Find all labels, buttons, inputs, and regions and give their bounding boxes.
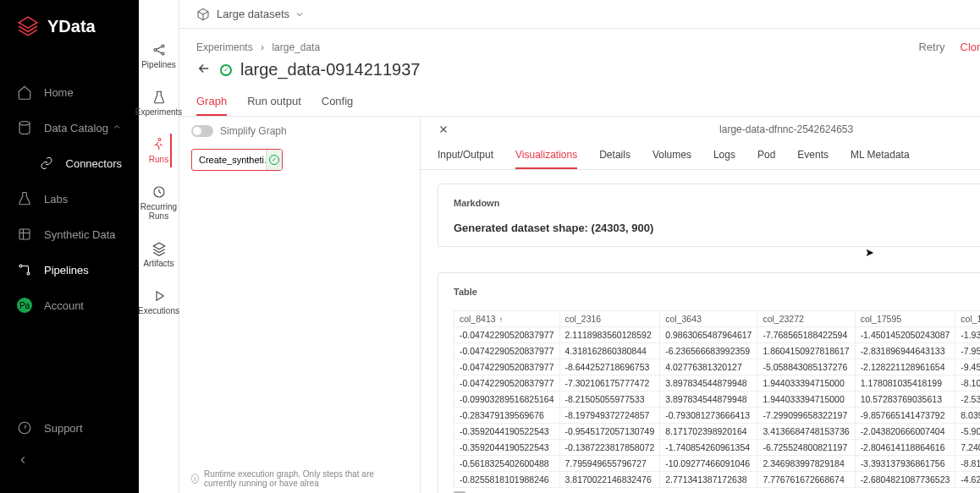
nav-label: Connectors	[66, 157, 122, 170]
svg-point-5	[154, 49, 157, 52]
flask-icon	[17, 191, 32, 206]
nav-labs[interactable]: Labs	[0, 181, 139, 216]
table-row: -0.09903289516825164-8.215050559775333.8…	[454, 392, 981, 408]
sec-recurring[interactable]: Recurring Runs	[139, 181, 179, 224]
table-row: -0.3592044190522543-0.95451720571307498.…	[454, 424, 981, 440]
nav-account[interactable]: Pa Account	[0, 288, 139, 323]
retry-button[interactable]: Retry	[918, 41, 944, 53]
nav-label: Data Catalog	[44, 122, 108, 134]
table-header[interactable]: col_23272	[757, 311, 855, 327]
table-header[interactable]: col_18934	[955, 311, 980, 327]
clone-run-button[interactable]: Clone run	[961, 41, 981, 53]
detail-tabs: Input/Output Visualizations Details Volu…	[421, 142, 980, 170]
tab-config[interactable]: Config	[322, 88, 354, 116]
table-cell: -9.455364959816555	[955, 359, 980, 375]
table-row: -0.3592044190522543-0.1387223817858072-1…	[454, 440, 981, 456]
table-row: -0.047422905208379772.11189835601285920.…	[454, 327, 981, 343]
node-success-icon	[269, 155, 279, 165]
sec-label: Executions	[138, 306, 179, 315]
breadcrumb-experiments[interactable]: Experiments	[196, 41, 253, 53]
sec-artifacts[interactable]: Artifacts	[141, 238, 175, 271]
subtab-events[interactable]: Events	[797, 142, 829, 169]
table-cell: -7.302106175777472	[559, 375, 660, 392]
simplify-graph-toggle[interactable]: Simplify Graph	[191, 125, 408, 137]
secondary-nav: Pipelines Experiments Runs Recurring Run…	[139, 0, 179, 493]
data-table-wrap[interactable]: col_8413↑col_2316col_3643col_23272col_17…	[454, 310, 980, 493]
table-cell: -8.10567727826901	[955, 375, 980, 392]
arrow-left-icon	[196, 61, 212, 76]
nav-connectors[interactable]: Connectors	[0, 145, 139, 181]
table-cell: 1.944033394715000	[757, 392, 855, 408]
table-cell: -0.5618325402600488	[454, 456, 560, 472]
nav-data-catalog[interactable]: Data Catalog	[0, 110, 139, 145]
breadcrumb-run[interactable]: large_data	[272, 41, 320, 53]
run-icon	[151, 137, 166, 152]
nav-support[interactable]: Support	[0, 410, 139, 446]
table-header[interactable]: col_17595	[855, 311, 955, 327]
pipeline-icon	[17, 262, 32, 277]
nav-synthetic[interactable]: Synthetic Data	[0, 216, 139, 252]
nav-label: Home	[44, 86, 74, 99]
table-cell: -5.058843085137276	[757, 359, 855, 375]
subtab-ml[interactable]: ML Metadata	[851, 142, 910, 169]
subtab-details[interactable]: Details	[599, 142, 630, 169]
table-cell: -8.819954513518388	[955, 456, 980, 472]
table-header[interactable]: col_2316	[559, 311, 660, 327]
close-button[interactable]	[438, 123, 449, 135]
database-icon	[17, 120, 32, 135]
table-cell: 2.771341387172638	[660, 472, 757, 488]
main-sidebar: YData Home Data Catalog Connectors Labs …	[0, 0, 139, 493]
sec-pipelines[interactable]: Pipelines	[140, 39, 178, 73]
back-button[interactable]	[196, 61, 212, 79]
subtab-volumes[interactable]: Volumes	[652, 142, 691, 169]
table-cell: -7.768565188422594	[757, 327, 855, 343]
table-cell: 7.776761672668674	[757, 472, 855, 488]
header-actions: Retry Clone run Terminate Archive	[918, 41, 980, 53]
subtab-visualizations[interactable]: Visualizations	[515, 142, 577, 169]
table-card: Table col_8413↑col_2316col_3643col_23272…	[438, 272, 980, 493]
data-icon	[17, 227, 32, 242]
nav-pipelines[interactable]: Pipelines	[0, 252, 139, 288]
table-cell: -8.197949372724857	[559, 408, 660, 424]
sec-experiments[interactable]: Experiments	[134, 86, 184, 120]
sec-runs[interactable]: Runs	[147, 134, 170, 167]
subtab-pod[interactable]: Pod	[757, 142, 775, 169]
svg-point-3	[27, 272, 30, 275]
collapse-sidebar[interactable]	[0, 446, 139, 478]
share-icon	[151, 42, 167, 58]
table-cell: -2.53261952885759	[955, 392, 980, 408]
table-cell: 8.171702398920164	[660, 424, 757, 440]
detail-id: large-data-dfnnc-2542624653	[719, 123, 853, 135]
toggle-switch[interactable]	[191, 125, 213, 137]
table-cell: -4.622449912541946	[955, 472, 980, 488]
table-cell: -2.6804821087736523	[855, 472, 955, 488]
table-cell: -0.8255818101988246	[454, 472, 560, 488]
subtab-io[interactable]: Input/Output	[438, 142, 493, 169]
dataset-selector[interactable]: Large datasets	[179, 0, 980, 29]
table-cell: -7.299099658322197	[757, 408, 855, 424]
link-icon	[39, 156, 54, 171]
subtab-logs[interactable]: Logs	[713, 142, 735, 169]
table-cell: -2.128221128961654	[855, 359, 955, 375]
tab-run-output[interactable]: Run output	[247, 88, 301, 116]
table-row: -0.283479139569676-8.197949372724857-0.7…	[454, 408, 981, 424]
table-cell: -2.804614118864616	[855, 440, 955, 456]
table-cell: 7.795949655796727	[559, 456, 660, 472]
dataset-label: Large datasets	[217, 8, 289, 20]
tab-graph[interactable]: Graph	[196, 88, 227, 116]
graph-node[interactable]: Create_synthetic...	[191, 149, 283, 171]
svg-rect-1	[19, 229, 30, 239]
layers-icon	[151, 241, 167, 256]
card-title: Markdown	[454, 198, 499, 208]
sec-label: Artifacts	[143, 259, 173, 268]
sec-executions[interactable]: Executions	[136, 285, 181, 319]
table-cell: -1.740854260961354	[660, 440, 757, 456]
table-header[interactable]: col_3643	[660, 311, 757, 327]
table-row: -0.047422905208379774.318162860380844-6.…	[454, 343, 981, 359]
table-cell: -0.9545172057130749	[559, 424, 660, 440]
table-cell: -0.04742290520837977	[454, 327, 560, 343]
table-header[interactable]: col_8413↑	[454, 311, 560, 327]
nav-home[interactable]: Home	[0, 74, 139, 110]
avatar: Pa	[17, 298, 32, 313]
breadcrumb: Experiments › large_data	[196, 41, 320, 53]
